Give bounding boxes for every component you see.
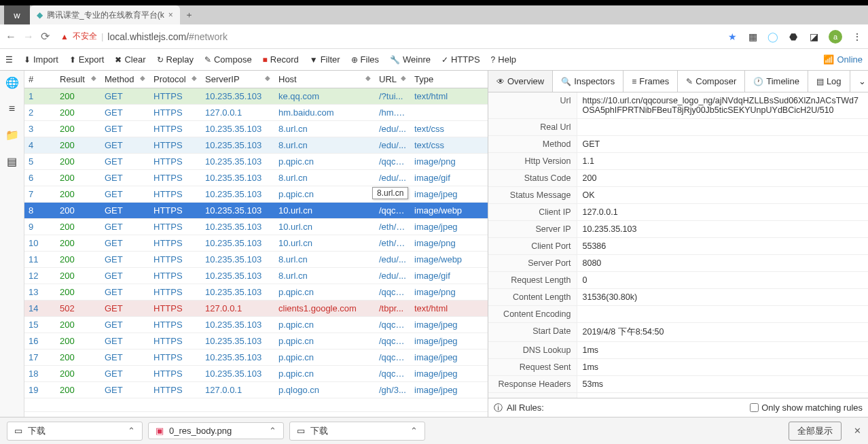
table-row[interactable]: 1200GETHTTPS10.235.35.103ke.qq.com/?tui.… xyxy=(24,88,488,105)
qr-icon[interactable]: ▦ xyxy=(747,31,758,42)
col-type[interactable]: Type xyxy=(410,71,488,88)
tooltip: 8.url.cn xyxy=(372,187,408,199)
https-button[interactable]: ✓HTTPS xyxy=(441,54,480,65)
values-icon[interactable]: 📁 xyxy=(5,129,19,141)
property-row: Urlhttps://10.url.cn/qqcourse_logo_ng/aj… xyxy=(488,92,868,119)
detail-tabs: 👁Overview 🔍Inspectors ≡Frames ✎Composer … xyxy=(488,71,868,92)
weinre-button[interactable]: 🔧Weinre xyxy=(390,54,431,65)
menu-button[interactable]: ☰ xyxy=(5,55,13,65)
property-row: MethodGET xyxy=(488,136,868,153)
avatar[interactable]: a xyxy=(829,30,842,44)
col-protocol[interactable]: Protocol◆ xyxy=(149,71,201,88)
tab-overview[interactable]: 👁Overview xyxy=(488,71,553,92)
ext2-icon[interactable]: ⬣ xyxy=(788,31,799,42)
col-result[interactable]: Result◆ xyxy=(56,71,101,88)
app-toolbar: ☰ ⬇Import ⬆Export ✖Clear ↻Replay ✎Compos… xyxy=(0,49,868,71)
clear-button[interactable]: ✖Clear xyxy=(115,54,145,65)
import-button[interactable]: ⬇Import xyxy=(24,54,58,65)
reload-button[interactable]: ⟳ xyxy=(41,30,50,43)
table-row[interactable]: 18200GETHTTPS10.235.35.103p.qpic.cn/qqco… xyxy=(24,366,488,382)
tab-composer[interactable]: ✎Composer xyxy=(678,71,745,92)
table-row[interactable]: 16200GETHTTPS10.235.35.103p.qpic.cn/qqco… xyxy=(24,333,488,349)
table-row[interactable]: 8200GETHTTPS10.235.35.10310.url.cn/qqco.… xyxy=(24,203,488,219)
table-row[interactable]: 11200GETHTTPS10.235.35.1038.url.cn/edu/.… xyxy=(24,252,488,268)
app-tab[interactable]: w xyxy=(4,5,30,24)
property-row: Request Length0 xyxy=(488,272,868,289)
all-rules-label: All Rules: xyxy=(507,403,544,413)
nav-bar: ← → ⟳ ▲ 不安全 | local.whistlejs.com/#netwo… xyxy=(0,24,868,49)
tab-log[interactable]: ▤Log xyxy=(808,71,850,92)
col-host[interactable]: Host◆ xyxy=(274,71,375,88)
table-row[interactable]: 10200GETHTTPS10.235.35.10310.url.cn/eth/… xyxy=(24,235,488,252)
table-row[interactable]: 9200GETHTTPS10.235.35.10310.url.cn/eth/a… xyxy=(24,219,488,235)
property-row: Content Encoding xyxy=(488,306,868,323)
filter-button[interactable]: ▼Filter xyxy=(310,54,340,65)
star-icon[interactable]: ★ xyxy=(727,31,738,42)
warning-icon: ▲ xyxy=(60,32,69,41)
rules-bar: ⓘ All Rules: Only show matching rules xyxy=(488,398,868,417)
property-row: Status Code200 xyxy=(488,170,868,187)
window-titlebar xyxy=(0,0,868,5)
show-all-button[interactable]: 全部显示 xyxy=(789,422,842,441)
table-row[interactable]: 2200GETHTTPS127.0.0.1hm.baidu.com/hm.g..… xyxy=(24,105,488,121)
table-row[interactable]: 4200GETHTTPS10.235.35.1038.url.cn/edu/..… xyxy=(24,137,488,154)
property-row: DNS Lookup1ms xyxy=(488,342,868,359)
download-item[interactable]: ▭ 下载 ⌃ xyxy=(289,422,425,441)
download-name: 下载 xyxy=(28,425,46,437)
info-icon: ⓘ xyxy=(494,402,503,414)
table-row[interactable]: 3200GETHTTPS10.235.35.1038.url.cn/edu/..… xyxy=(24,121,488,137)
table-row[interactable]: 17200GETHTTPS10.235.35.103p.qpic.cn/qqco… xyxy=(24,349,488,366)
col-method[interactable]: Method◆ xyxy=(101,71,149,88)
table-row[interactable]: 13200GETHTTPS10.235.35.103p.qpic.cn/qqco… xyxy=(24,284,488,301)
export-button[interactable]: ⬆Export xyxy=(69,54,105,65)
file-icon: ▭ xyxy=(14,426,22,436)
menu-icon[interactable]: ⋮ xyxy=(852,31,863,42)
address-bar[interactable]: ▲ 不安全 | local.whistlejs.com/#network xyxy=(60,31,228,42)
col-index[interactable]: # xyxy=(24,71,56,88)
ext3-icon[interactable]: ◪ xyxy=(808,31,819,42)
download-name: 下载 xyxy=(310,425,328,437)
table-row[interactable]: 19200GETHTTPS127.0.0.1p.qlogo.cn/gh/3...… xyxy=(24,382,488,398)
network-icon[interactable]: 🌐 xyxy=(5,76,19,89)
download-item[interactable]: ▭ 下载 ⌃ xyxy=(7,422,143,441)
only-matching-label: Only show matching rules xyxy=(761,403,863,413)
tab-inspectors[interactable]: 🔍Inspectors xyxy=(553,71,623,92)
ext1-icon[interactable]: ◯ xyxy=(767,31,778,42)
favicon-icon: ◆ xyxy=(37,10,43,20)
table-row[interactable]: 6200GETHTTPS10.235.35.1038.url.cn/edu/..… xyxy=(24,170,488,186)
online-status[interactable]: 📶Online xyxy=(823,54,863,65)
tab-timeline[interactable]: 🕐Timeline xyxy=(745,71,808,92)
new-tab-button[interactable]: ＋ xyxy=(180,5,199,24)
table-row[interactable]: 5200GETHTTPS10.235.35.103p.qpic.cn/qqco.… xyxy=(24,154,488,170)
chevron-up-icon[interactable]: ⌃ xyxy=(269,426,276,436)
close-icon[interactable]: ✕ xyxy=(854,426,861,436)
browser-tab[interactable]: ◆ 腾讯课堂_专业的在线教育平台(k × xyxy=(30,5,180,24)
property-row: Http Version1.1 xyxy=(488,153,868,170)
help-button[interactable]: ?Help xyxy=(491,54,516,65)
download-item[interactable]: ▣ 0_res_body.png ⌃ xyxy=(148,422,284,439)
tab-frames[interactable]: ≡Frames xyxy=(623,71,678,92)
forward-button[interactable]: → xyxy=(23,31,34,43)
col-serverip[interactable]: ServerIP◆ xyxy=(201,71,274,88)
table-row[interactable]: 15200GETHTTPS10.235.35.103p.qpic.cn/qqco… xyxy=(24,317,488,333)
compose-button[interactable]: ✎Compose xyxy=(204,54,252,65)
close-icon[interactable]: × xyxy=(168,10,173,20)
chevron-down-icon[interactable]: ⌄ xyxy=(850,71,868,92)
property-row: Content Download55ms xyxy=(488,393,868,398)
table-row[interactable]: 7200GETHTTPS10.235.35.103p.qpic.cn...ima… xyxy=(24,186,488,203)
file-icon: ▭ xyxy=(297,426,305,436)
replay-button[interactable]: ↻Replay xyxy=(157,54,194,65)
only-matching-checkbox[interactable] xyxy=(750,403,759,412)
download-name: 0_res_body.png xyxy=(169,426,232,436)
table-row[interactable]: 14502GETHTTPS127.0.0.1clients1.google.co… xyxy=(24,301,488,317)
files-button[interactable]: ⊕Files xyxy=(351,54,379,65)
rules-icon[interactable]: ≡ xyxy=(9,103,15,115)
plugins-icon[interactable]: ▤ xyxy=(7,155,17,168)
table-row[interactable]: 12200GETHTTPS10.235.35.1038.url.cn/edu/.… xyxy=(24,268,488,284)
chevron-up-icon[interactable]: ⌃ xyxy=(410,426,418,436)
col-url[interactable]: URL◆ xyxy=(375,71,410,88)
back-button[interactable]: ← xyxy=(5,31,16,43)
record-button[interactable]: ■Record xyxy=(263,54,299,65)
image-file-icon: ▣ xyxy=(156,426,164,436)
chevron-up-icon[interactable]: ⌃ xyxy=(128,426,135,436)
